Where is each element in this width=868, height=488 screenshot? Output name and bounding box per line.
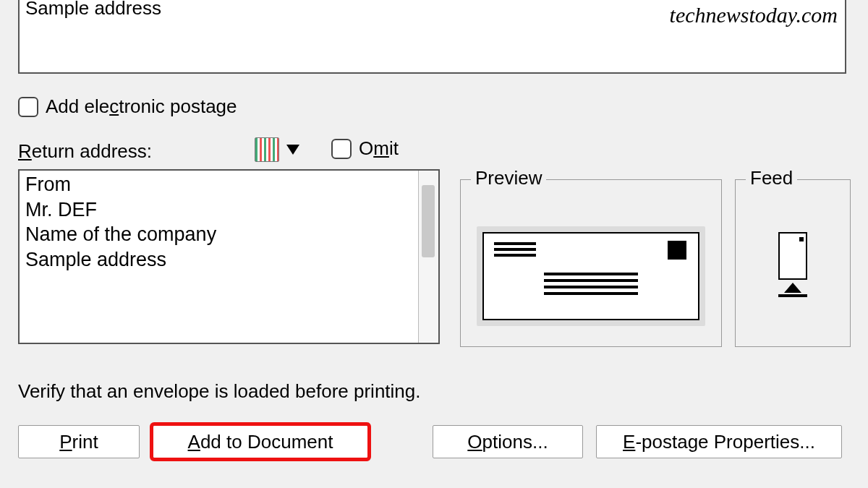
- feed-groupbox[interactable]: Feed: [735, 179, 851, 347]
- scrollbar[interactable]: [418, 171, 438, 343]
- omit-checkbox[interactable]: [331, 139, 352, 159]
- return-address-value: From Mr. DEF Name of the company Sample …: [20, 171, 418, 343]
- preview-legend: Preview: [471, 167, 546, 189]
- return-address-label: Return address:: [18, 140, 152, 163]
- verify-instruction-text: Verify that an envelope is loaded before…: [18, 380, 421, 403]
- feed-legend: Feed: [746, 167, 797, 189]
- feed-icon: [771, 232, 814, 297]
- envelope-preview: [477, 226, 705, 326]
- print-button[interactable]: Print: [18, 425, 140, 458]
- electronic-postage-label: Add electronic postage: [46, 95, 237, 118]
- address-book-icon: [255, 137, 279, 162]
- omit-label: Omit: [359, 137, 399, 160]
- delivery-lines-icon: [544, 273, 638, 299]
- scroll-thumb[interactable]: [422, 185, 435, 257]
- preview-groupbox[interactable]: Preview: [460, 179, 722, 347]
- dropdown-icon: [286, 145, 299, 155]
- epostage-properties-button[interactable]: E-postage Properties...: [596, 425, 842, 458]
- options-button[interactable]: Options...: [433, 425, 583, 458]
- return-address-textarea[interactable]: From Mr. DEF Name of the company Sample …: [18, 169, 440, 344]
- stamp-icon: [668, 241, 686, 260]
- electronic-postage-checkbox[interactable]: [18, 97, 38, 117]
- address-book-button[interactable]: [255, 137, 299, 162]
- return-lines-icon: [494, 242, 536, 260]
- watermark-text: technewstoday.com: [670, 3, 838, 27]
- delivery-address-text: Sample address: [25, 0, 161, 19]
- add-to-document-button[interactable]: Add to Document: [153, 425, 368, 458]
